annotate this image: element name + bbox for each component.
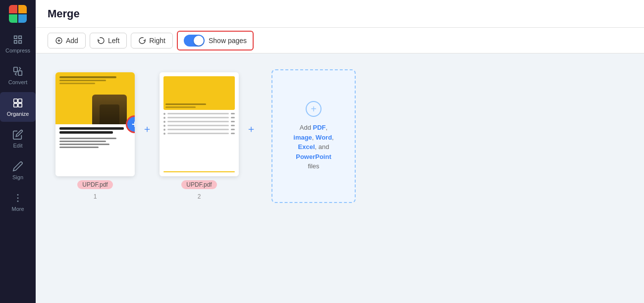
- compress-icon: [12, 34, 24, 46]
- card2-rows: [163, 113, 235, 135]
- card-gap-1: ＋: [135, 122, 160, 136]
- pdf-cards-row: UPDF.pdf 1 ＋: [55, 69, 356, 203]
- pdf-card-wrapper-1: UPDF.pdf 1: [55, 72, 135, 200]
- pdf-label-1: UPDF.pdf: [77, 180, 112, 189]
- logo-quadrant-2: [18, 5, 27, 13]
- show-pages-label: Show pages: [209, 37, 247, 45]
- svg-rect-5: [18, 103, 22, 107]
- card-gap-2: ＋: [239, 122, 264, 136]
- sidebar-item-more[interactable]: More: [0, 187, 36, 217]
- more-icon: [12, 192, 24, 204]
- logo-grid: [9, 5, 27, 23]
- svg-point-7: [17, 198, 19, 199]
- card1-top: [55, 72, 135, 124]
- sidebar-item-convert[interactable]: Convert: [0, 60, 36, 90]
- svg-rect-4: [14, 103, 17, 107]
- right-button[interactable]: Right: [131, 33, 173, 49]
- right-label: Right: [149, 37, 165, 45]
- toggle-knob: [194, 36, 204, 46]
- card2-top: [163, 76, 235, 110]
- svg-point-8: [17, 201, 19, 202]
- svg-rect-2: [14, 99, 17, 102]
- drop-zone[interactable]: + Add PDF,image, Word,Excel, andPowerPoi…: [271, 69, 356, 203]
- merge-content: UPDF.pdf 1 ＋: [36, 53, 644, 303]
- sidebar-item-organize[interactable]: Organize: [0, 92, 36, 122]
- sidebar-item-edit[interactable]: Edit: [0, 124, 36, 153]
- page-title: Merge: [48, 7, 80, 20]
- svg-rect-3: [18, 99, 22, 102]
- gap-plus-icon-2: ＋: [246, 122, 256, 136]
- dropzone-plus-icon: +: [306, 101, 322, 117]
- main-content: Merge Add Left Right Show pages: [36, 0, 644, 303]
- pdf-card-1[interactable]: [55, 72, 135, 176]
- pdf-number-1: 1: [94, 193, 97, 200]
- gap-plus-icon: ＋: [142, 122, 152, 136]
- show-pages-toggle-container[interactable]: Show pages: [177, 31, 254, 50]
- more-label: More: [11, 206, 24, 212]
- convert-label: Convert: [8, 79, 28, 85]
- sign-icon: [12, 160, 24, 172]
- pdf-thumbnail-1: [55, 72, 135, 176]
- card1-text-area: [55, 124, 135, 176]
- show-pages-toggle[interactable]: [184, 35, 205, 47]
- edit-label: Edit: [13, 143, 23, 149]
- edit-icon: [12, 129, 24, 141]
- svg-rect-1: [18, 71, 22, 75]
- sidebar-item-compress[interactable]: Compress: [0, 29, 36, 58]
- left-button[interactable]: Left: [90, 33, 127, 49]
- rotate-right-icon: [138, 37, 146, 45]
- rotate-left-icon: [97, 37, 105, 45]
- logo-quadrant-4: [18, 14, 27, 23]
- add-button[interactable]: Add: [48, 33, 86, 49]
- drop-zone-text: Add PDF,image, Word,Excel, andPowerPoint…: [293, 123, 333, 171]
- logo-quadrant-3: [9, 14, 17, 23]
- pdf-card-2[interactable]: [160, 72, 239, 176]
- sidebar-item-sign[interactable]: Sign: [0, 155, 36, 185]
- convert-icon: [12, 65, 24, 77]
- app-logo: [0, 0, 36, 28]
- organize-label: Organize: [7, 111, 29, 117]
- left-label: Left: [108, 37, 119, 45]
- svg-rect-0: [14, 67, 17, 72]
- plus-icon: [55, 37, 63, 45]
- toolbar: Add Left Right Show pages: [36, 28, 644, 53]
- sign-label: Sign: [12, 174, 23, 180]
- page-header: Merge: [36, 0, 644, 28]
- pdf-label-2: UPDF.pdf: [181, 180, 216, 189]
- svg-point-6: [17, 194, 19, 196]
- sidebar: Compress Convert Organize Edit Sign More: [0, 0, 36, 303]
- plus-circle-icon: [130, 120, 135, 129]
- pdf-thumbnail-2: [160, 72, 239, 176]
- logo-quadrant-1: [9, 5, 17, 13]
- organize-icon: [12, 97, 24, 109]
- add-label: Add: [66, 37, 78, 45]
- pdf-card-wrapper-2: UPDF.pdf 2: [160, 72, 239, 200]
- compress-label: Compress: [5, 48, 30, 53]
- pdf-number-2: 2: [198, 193, 201, 200]
